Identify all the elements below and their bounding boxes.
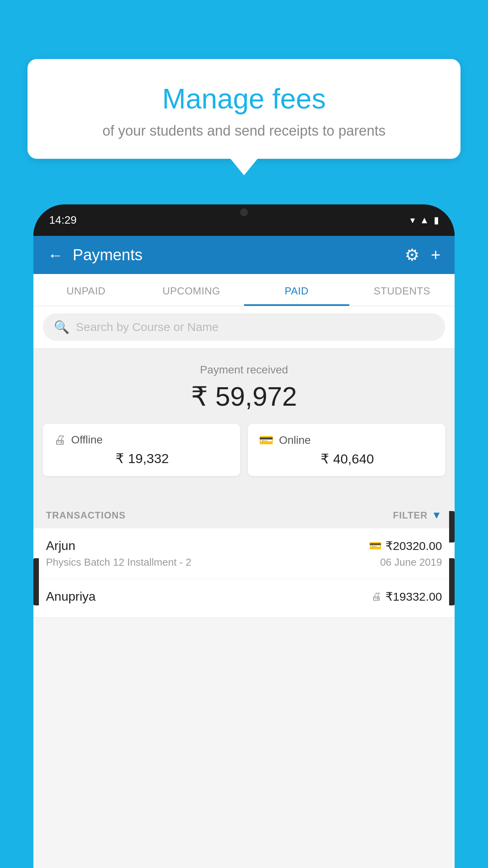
phone-notch: [220, 204, 268, 220]
transaction-amount: ₹19332.00: [385, 590, 442, 603]
offline-payment-card: 🖨 Offline ₹ 19,332: [43, 424, 240, 476]
settings-icon[interactable]: ⚙: [405, 245, 420, 265]
wifi-icon: ▾: [410, 215, 415, 226]
status-bar: 14:29 ▾ ▲ ▮: [33, 204, 455, 236]
search-bar[interactable]: 🔍 Search by Course or Name: [43, 313, 445, 341]
speech-bubble-title: Manage fees: [47, 83, 441, 115]
online-payment-card: 💳 Online ₹ 40,640: [248, 424, 445, 476]
app-screen: ← Payments ⚙ + UNPAID UPCOMING PAID STUD…: [33, 236, 455, 868]
tab-unpaid[interactable]: UNPAID: [33, 274, 139, 306]
transaction-course: Physics Batch 12 Installment - 2: [46, 556, 191, 568]
transactions-label: TRANSACTIONS: [46, 510, 126, 521]
status-icons: ▾ ▲ ▮: [410, 215, 439, 226]
tabs-row: UNPAID UPCOMING PAID STUDENTS: [33, 274, 455, 306]
card-icon: 💳: [369, 540, 382, 552]
battery-icon: ▮: [434, 215, 439, 226]
cash-icon: 🖨: [371, 590, 382, 603]
online-card-header: 💳 Online: [259, 433, 434, 447]
speech-bubble-card: Manage fees of your students and send re…: [28, 59, 460, 159]
app-header: ← Payments ⚙ +: [33, 236, 455, 274]
tab-paid[interactable]: PAID: [244, 274, 349, 306]
transactions-header: TRANSACTIONS FILTER ▼: [33, 500, 455, 528]
back-button[interactable]: ←: [48, 247, 63, 263]
power-button: [449, 511, 455, 542]
table-row[interactable]: Arjun 💳 ₹20320.00 Physics Batch 12 Insta…: [33, 528, 455, 579]
filter-label: FILTER: [393, 510, 427, 521]
header-right: ⚙ +: [405, 245, 440, 265]
search-container: 🔍 Search by Course or Name: [33, 306, 455, 348]
online-payment-icon: 💳: [259, 433, 273, 447]
offline-amount: ₹ 19,332: [54, 451, 229, 466]
table-row[interactable]: Anupriya 🖨 ₹19332.00: [33, 579, 455, 618]
search-icon: 🔍: [54, 320, 70, 335]
payment-cards: 🖨 Offline ₹ 19,332 💳 Online ₹ 40,640: [33, 424, 455, 488]
tab-students[interactable]: STUDENTS: [349, 274, 455, 306]
volume-button: [33, 558, 39, 605]
phone-frame: 14:29 ▾ ▲ ▮ ← Payments ⚙ + UNPAID: [33, 204, 455, 868]
offline-label: Offline: [71, 434, 103, 446]
transaction-amount: ₹20320.00: [385, 539, 442, 553]
filter-button[interactable]: FILTER ▼: [393, 509, 442, 521]
search-placeholder[interactable]: Search by Course or Name: [76, 320, 219, 334]
transaction-date: 06 June 2019: [380, 556, 442, 568]
status-time: 14:29: [49, 214, 77, 226]
add-icon[interactable]: +: [431, 246, 440, 265]
transaction-student-name: Anupriya: [46, 589, 95, 604]
payment-received-label: Payment received: [33, 364, 455, 376]
transaction-student-name: Arjun: [46, 539, 75, 553]
offline-payment-icon: 🖨: [54, 433, 66, 447]
online-amount: ₹ 40,640: [259, 451, 434, 467]
volume-down-button: [449, 558, 455, 605]
filter-icon: ▼: [431, 509, 442, 521]
header-left: ← Payments: [48, 246, 143, 264]
transaction-list: Arjun 💳 ₹20320.00 Physics Batch 12 Insta…: [33, 528, 455, 618]
online-label: Online: [279, 434, 311, 447]
speech-bubble-subtitle: of your students and send receipts to pa…: [47, 123, 441, 139]
transaction-amount-wrap: 🖨 ₹19332.00: [371, 590, 442, 603]
signal-icon: ▲: [420, 215, 429, 226]
payment-summary: Payment received ₹ 59,972 🖨 Offline ₹ 19…: [33, 348, 455, 500]
tab-upcoming[interactable]: UPCOMING: [139, 274, 244, 306]
front-camera: [240, 208, 248, 216]
page-title: Payments: [73, 246, 143, 264]
transaction-amount-wrap: 💳 ₹20320.00: [369, 539, 442, 553]
offline-card-header: 🖨 Offline: [54, 433, 229, 447]
payment-total-amount: ₹ 59,972: [33, 381, 455, 412]
